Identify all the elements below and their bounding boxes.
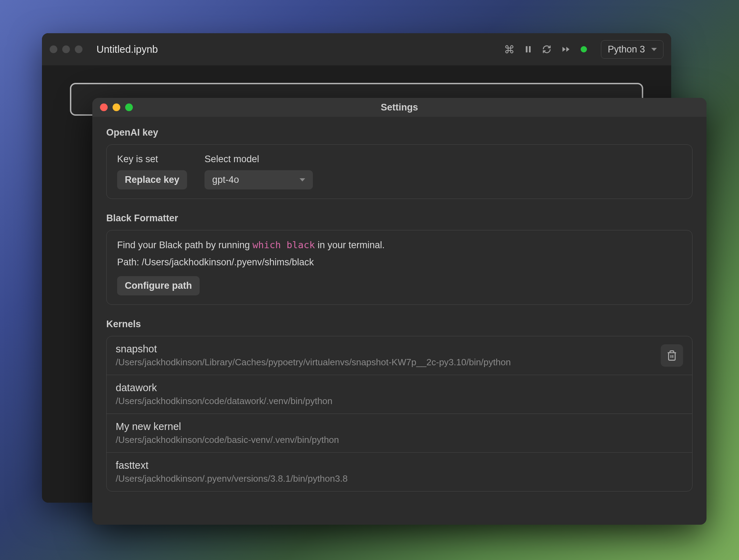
kernel-name: fasttext — [116, 460, 683, 471]
kernel-path: /Users/jackhodkinson/code/datawork/.venv… — [116, 396, 683, 407]
svg-rect-0 — [526, 46, 528, 52]
zoom-dot-inactive[interactable] — [75, 45, 82, 53]
kernel-item[interactable]: datawork /Users/jackhodkinson/code/dataw… — [107, 375, 692, 414]
openai-key-label: Key is set — [117, 154, 187, 165]
model-select[interactable]: gpt-4o — [205, 170, 313, 189]
settings-title: Settings — [381, 102, 418, 113]
kernel-path: /Users/jackhodkinson/code/basic-venv/.ve… — [116, 435, 683, 445]
model-select-value: gpt-4o — [212, 174, 239, 185]
kernel-path: /Users/jackhodkinson/Library/Caches/pypo… — [116, 357, 661, 368]
refresh-icon[interactable] — [542, 45, 551, 54]
kernel-item[interactable]: My new kernel /Users/jackhodkinson/code/… — [107, 414, 692, 453]
svg-rect-1 — [529, 46, 531, 52]
settings-window: Settings OpenAI key Key is set Replace k… — [92, 98, 706, 525]
svg-marker-2 — [566, 47, 569, 52]
black-instruction: Find your Black path by running which bl… — [117, 239, 682, 251]
kernels-section-label: Kernels — [106, 319, 693, 330]
kernels-list: snapshot /Users/jackhodkinson/Library/Ca… — [106, 336, 693, 491]
close-dot-inactive[interactable] — [50, 45, 57, 53]
openai-section-label: OpenAI key — [106, 127, 693, 138]
notebook-title: Untitled.ipynb — [96, 44, 158, 55]
kernel-info: My new kernel /Users/jackhodkinson/code/… — [116, 421, 683, 445]
black-path-display: Path: /Users/jackhodkinson/.pyenv/shims/… — [117, 257, 682, 268]
configure-path-button[interactable]: Configure path — [117, 276, 200, 295]
traffic-lights-inactive — [50, 45, 82, 53]
openai-model-group: Select model gpt-4o — [205, 154, 313, 189]
openai-key-group: Key is set Replace key — [117, 154, 187, 189]
fast-forward-icon[interactable] — [561, 45, 571, 53]
replace-key-button[interactable]: Replace key — [117, 170, 187, 189]
chevron-down-icon — [651, 48, 657, 51]
kernel-name: My new kernel — [116, 421, 683, 432]
black-instruction-prefix: Find your Black path by running — [117, 240, 252, 250]
kernel-info: snapshot /Users/jackhodkinson/Library/Ca… — [116, 343, 661, 368]
kernel-dropdown[interactable]: Python 3 — [601, 40, 663, 59]
command-icon[interactable] — [504, 44, 514, 54]
black-instruction-suffix: in your terminal. — [315, 240, 385, 250]
notebook-titlebar: Untitled.ipynb Python 3 — [42, 33, 671, 65]
settings-titlebar: Settings — [92, 98, 706, 117]
kernel-item[interactable]: snapshot /Users/jackhodkinson/Library/Ca… — [107, 336, 692, 375]
notebook-toolbar: Python 3 — [504, 40, 663, 59]
kernel-dropdown-label: Python 3 — [608, 44, 645, 55]
black-path-value: /Users/jackhodkinson/.pyenv/shims/black — [142, 257, 314, 267]
chevron-down-icon — [300, 178, 305, 181]
close-button[interactable] — [100, 103, 108, 111]
kernel-name: datawork — [116, 382, 683, 394]
black-section-label: Black Formatter — [106, 213, 693, 224]
black-instruction-code: which black — [252, 239, 315, 250]
zoom-button[interactable] — [125, 103, 133, 111]
svg-marker-3 — [562, 47, 566, 52]
kernel-status-dot — [581, 46, 587, 52]
kernel-path: /Users/jackhodkinson/.pyenv/versions/3.8… — [116, 473, 683, 484]
delete-kernel-button[interactable] — [661, 344, 683, 367]
kernel-info: datawork /Users/jackhodkinson/code/dataw… — [116, 382, 683, 407]
pause-icon[interactable] — [524, 45, 532, 53]
minimize-button[interactable] — [113, 103, 120, 111]
openai-model-label: Select model — [205, 154, 313, 165]
black-section: Find your Black path by running which bl… — [106, 230, 693, 305]
black-path-label: Path: — [117, 257, 142, 267]
settings-body: OpenAI key Key is set Replace key Select… — [92, 117, 706, 525]
openai-section: Key is set Replace key Select model gpt-… — [106, 144, 693, 199]
kernel-name: snapshot — [116, 343, 661, 355]
kernel-item[interactable]: fasttext /Users/jackhodkinson/.pyenv/ver… — [107, 453, 692, 491]
traffic-lights — [100, 103, 133, 111]
minimize-dot-inactive[interactable] — [62, 45, 70, 53]
trash-icon — [666, 350, 677, 361]
kernel-info: fasttext /Users/jackhodkinson/.pyenv/ver… — [116, 460, 683, 484]
